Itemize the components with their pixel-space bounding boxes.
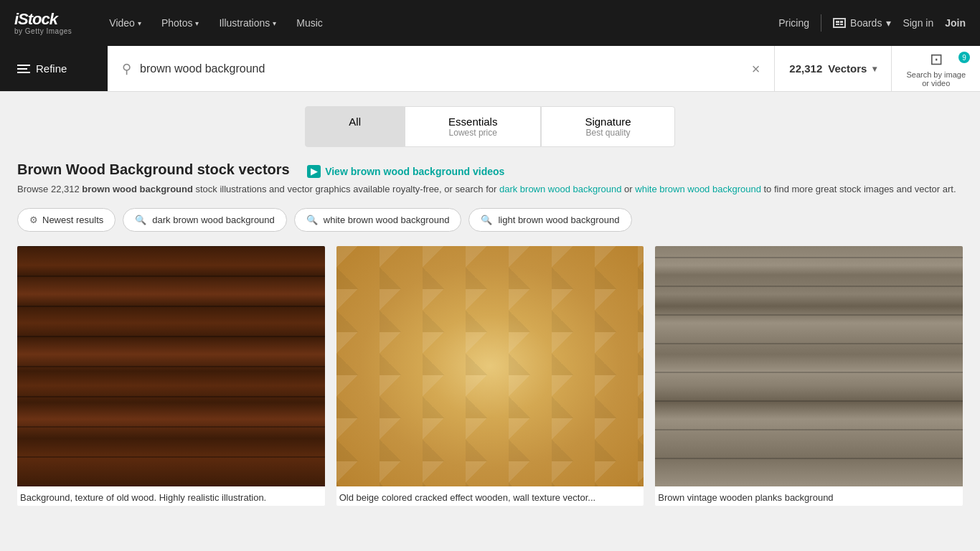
logo-getty-text: by Getty Images bbox=[14, 27, 72, 35]
video-icon: ▶ bbox=[307, 165, 321, 178]
search-meta-dropdown[interactable]: 22,312 Vectors ▾ bbox=[774, 46, 891, 91]
image-card-2[interactable]: Old beige colored cracked effect wooden,… bbox=[336, 246, 644, 506]
nav-links: Video ▾ Photos ▾ Illustrations ▾ Music bbox=[100, 11, 757, 34]
refine-label: Refine bbox=[36, 62, 67, 75]
top-navigation: iStock by Getty Images Video ▾ Photos ▾ … bbox=[0, 0, 980, 46]
search-bar-area: Refine ⚲ × 22,312 Vectors ▾ 9 ⊡ Search b… bbox=[0, 46, 980, 92]
nav-photos-label: Photos bbox=[161, 17, 193, 29]
nav-boards-button[interactable]: Boards ▾ bbox=[833, 17, 891, 29]
image-caption-3: Brown vintage wooden planks background bbox=[655, 486, 963, 506]
notification-badge: 9 bbox=[958, 52, 970, 63]
suggestion-link-white[interactable]: white brown wood background bbox=[635, 184, 761, 194]
result-type: Vectors bbox=[828, 62, 867, 75]
boards-icon-cell bbox=[840, 24, 844, 26]
results-description: Browse 22,312 brown wood background stoc… bbox=[17, 182, 963, 197]
nav-pricing-link[interactable]: Pricing bbox=[778, 17, 809, 29]
search-input[interactable] bbox=[140, 62, 743, 75]
search-term-bold: brown wood background bbox=[82, 184, 193, 194]
filter-tab-essentials[interactable]: Essentials Lowest price bbox=[405, 106, 541, 147]
refine-line bbox=[17, 72, 30, 73]
nav-divider bbox=[821, 14, 821, 32]
chevron-down-icon: ▾ bbox=[195, 19, 199, 27]
pill-light-brown-label: light brown wood background bbox=[498, 215, 619, 225]
image-card-1[interactable]: Background, texture of old wood. Highly … bbox=[17, 246, 325, 506]
page-title: Brown Wood Background stock vectors bbox=[17, 161, 290, 177]
pill-white-brown[interactable]: 🔍 white brown wood background bbox=[294, 208, 462, 232]
logo-istock-text: iStock bbox=[14, 11, 72, 27]
filter-tab-signature-sub: Best quality bbox=[585, 128, 630, 138]
chevron-down-icon: ▾ bbox=[886, 17, 891, 29]
filter-tab-all[interactable]: All bbox=[305, 106, 405, 147]
main-content: All Essentials Lowest price Signature Be… bbox=[0, 106, 980, 506]
filter-tab-all-label: All bbox=[349, 116, 361, 128]
nav-item-illustrations[interactable]: Illustrations ▾ bbox=[210, 11, 285, 34]
logo[interactable]: iStock by Getty Images bbox=[14, 11, 72, 35]
boards-icon-cell bbox=[840, 21, 844, 23]
boards-label: Boards bbox=[850, 17, 882, 29]
pill-newest-label: Newest results bbox=[42, 215, 103, 225]
filter-tab-signature[interactable]: Signature Best quality bbox=[541, 106, 674, 147]
image-caption-1: Background, texture of old wood. Highly … bbox=[17, 486, 325, 506]
search-by-image-label: Search by image or video bbox=[906, 70, 966, 88]
image-search-icon: ⊡ bbox=[930, 50, 943, 69]
nav-item-music[interactable]: Music bbox=[288, 11, 331, 34]
video-link-text: View brown wood background videos bbox=[325, 166, 504, 177]
suggestion-link-dark[interactable]: dark brown wood background bbox=[499, 184, 622, 194]
refine-button[interactable]: Refine bbox=[0, 46, 108, 91]
chevron-down-icon: ▾ bbox=[273, 19, 276, 27]
image-thumb-3 bbox=[655, 246, 963, 486]
video-link[interactable]: ▶ View brown wood background videos bbox=[307, 165, 504, 178]
nav-item-photos[interactable]: Photos ▾ bbox=[153, 11, 208, 34]
search-icon: ⚲ bbox=[122, 61, 131, 77]
chevron-down-icon: ▾ bbox=[138, 19, 141, 27]
pill-dark-brown[interactable]: 🔍 dark brown wood background bbox=[123, 208, 287, 232]
nav-right: Pricing Boards ▾ Sign in Join bbox=[778, 14, 966, 32]
nav-illustrations-label: Illustrations bbox=[219, 17, 270, 29]
image-thumb-1 bbox=[17, 246, 325, 486]
results-heading: Brown Wood Background stock vectors ▶ Vi… bbox=[17, 161, 963, 178]
refine-line bbox=[17, 68, 27, 70]
image-grid: Background, texture of old wood. Highly … bbox=[17, 246, 963, 506]
suggestion-pills: ⚙ Newest results 🔍 dark brown wood backg… bbox=[17, 208, 963, 232]
boards-icon-cell bbox=[836, 24, 839, 26]
filter-icon: ⚙ bbox=[29, 215, 38, 225]
filter-tab-essentials-label: Essentials bbox=[448, 116, 497, 128]
chevron-down-icon: ▾ bbox=[872, 64, 877, 74]
pill-white-brown-label: white brown wood background bbox=[324, 215, 450, 225]
filter-tab-signature-label: Signature bbox=[585, 116, 631, 128]
filter-tab-essentials-sub: Lowest price bbox=[449, 128, 497, 138]
boards-icon-cell bbox=[836, 21, 839, 23]
image-card-3[interactable]: Brown vintage wooden planks background bbox=[655, 246, 963, 506]
search-icon: 🔍 bbox=[481, 215, 492, 225]
clear-search-button[interactable]: × bbox=[752, 62, 760, 76]
nav-video-label: Video bbox=[109, 17, 135, 29]
signin-link[interactable]: Sign in bbox=[903, 17, 933, 29]
result-count: 22,312 bbox=[789, 62, 822, 75]
image-caption-2: Old beige colored cracked effect wooden,… bbox=[336, 486, 644, 506]
join-link[interactable]: Join bbox=[945, 17, 966, 29]
image-thumb-2 bbox=[336, 246, 644, 486]
search-icon: 🔍 bbox=[135, 215, 146, 225]
nav-music-label: Music bbox=[296, 17, 323, 29]
refine-icon bbox=[17, 65, 30, 73]
pill-light-brown[interactable]: 🔍 light brown wood background bbox=[468, 208, 631, 232]
pill-newest-results[interactable]: ⚙ Newest results bbox=[17, 208, 116, 232]
nav-item-video[interactable]: Video ▾ bbox=[100, 11, 150, 34]
refine-line bbox=[17, 65, 30, 66]
search-icon: 🔍 bbox=[306, 215, 318, 225]
search-input-wrap: ⚲ × bbox=[108, 61, 774, 77]
search-by-image-button[interactable]: 9 ⊡ Search by image or video bbox=[891, 46, 980, 91]
boards-icon bbox=[833, 18, 846, 28]
filter-tabs: All Essentials Lowest price Signature Be… bbox=[17, 106, 963, 147]
pill-dark-brown-label: dark brown wood background bbox=[152, 215, 275, 225]
